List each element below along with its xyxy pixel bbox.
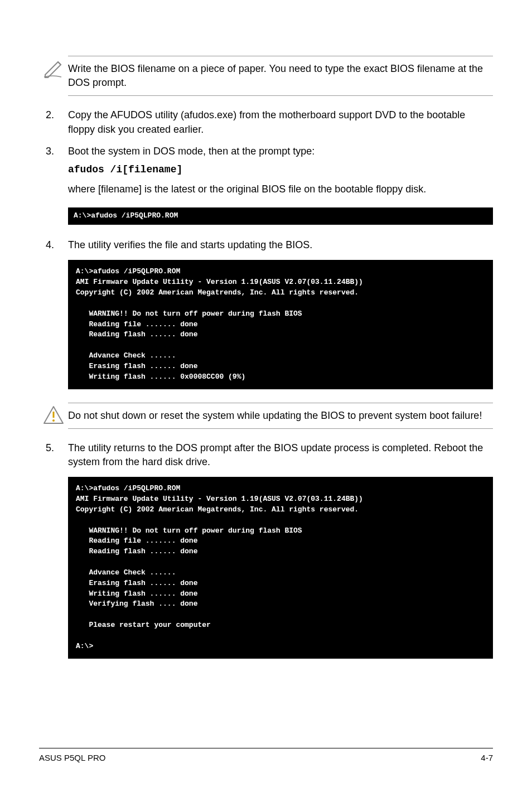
terminal-output: A:\>afudos /iP5QLPRO.ROM [68, 207, 493, 225]
step-4: 4. The utility verifies the file and sta… [39, 238, 493, 252]
step-number: 2. [39, 108, 68, 136]
step-text: Copy the AFUDOS utility (afudos.exe) fro… [68, 108, 493, 136]
note-callout: Write the BIOS filename on a piece of pa… [39, 56, 493, 96]
note-text: Write the BIOS filename on a piece of pa… [68, 56, 493, 96]
step-5: 5. The utility returns to the DOS prompt… [39, 441, 493, 469]
terminal-output: A:\>afudos /iP5QLPRO.ROM AMI Firmware Up… [68, 477, 493, 659]
footer-product: ASUS P5QL PRO [39, 752, 106, 764]
step-text: Boot the system in DOS mode, then at the… [68, 144, 493, 158]
footer-page-number: 4-7 [481, 752, 493, 764]
step-text: The utility verifies the file and starts… [68, 238, 493, 252]
step-2: 2. Copy the AFUDOS utility (afudos.exe) … [39, 108, 493, 136]
warning-text: Do not shut down or reset the system whi… [68, 403, 493, 429]
step-3: 3. Boot the system in DOS mode, then at … [39, 144, 493, 200]
pencil-icon [39, 56, 68, 78]
step-text: where [filename] is the latest or the or… [68, 182, 493, 196]
step-text: The utility returns to the DOS prompt af… [68, 441, 493, 469]
step-number: 5. [39, 441, 68, 469]
warning-icon [39, 403, 68, 425]
command-text: afudos /i[filename] [68, 163, 493, 177]
step-number: 4. [39, 238, 68, 252]
svg-point-1 [52, 419, 55, 422]
terminal-output: A:\>afudos /iP5QLPRO.ROM AMI Firmware Up… [68, 260, 493, 389]
page-footer: ASUS P5QL PRO 4-7 [39, 748, 493, 764]
step-number: 3. [39, 144, 68, 200]
warning-callout: Do not shut down or reset the system whi… [39, 403, 493, 429]
